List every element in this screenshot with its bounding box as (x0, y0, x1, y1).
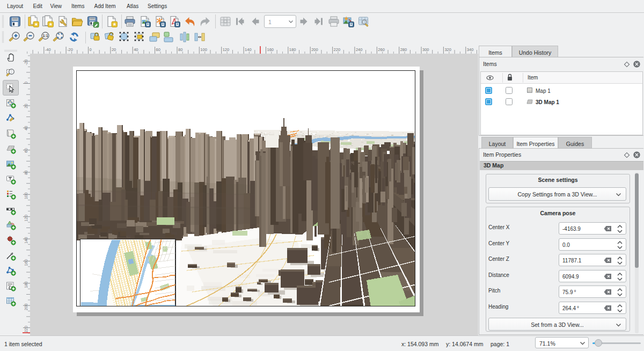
svg-text:120: 120 (223, 47, 230, 52)
svg-text:160: 160 (267, 47, 274, 52)
svg-text:-40: -40 (45, 47, 51, 52)
svg-text:320: 320 (444, 47, 451, 52)
svg-text:240: 240 (356, 47, 363, 52)
svg-text:200: 200 (24, 304, 28, 311)
svg-text:60: 60 (24, 148, 28, 152)
svg-text:100: 100 (24, 193, 28, 200)
svg-text:80: 80 (178, 47, 182, 52)
svg-text:40: 40 (24, 126, 28, 130)
svg-text:220: 220 (334, 47, 341, 52)
svg-text:120: 120 (24, 215, 28, 222)
svg-text:260: 260 (378, 47, 385, 52)
svg-text:-20: -20 (24, 60, 28, 65)
svg-text:140: 140 (245, 47, 252, 52)
svg-text:40: 40 (134, 47, 138, 52)
svg-text:60: 60 (156, 47, 160, 52)
svg-text:0: 0 (90, 47, 92, 52)
svg-text:180: 180 (289, 47, 296, 52)
svg-text:20: 20 (24, 104, 28, 108)
svg-text:220: 220 (24, 326, 28, 333)
svg-text:160: 160 (24, 259, 28, 266)
svg-text:1:1: 1:1 (42, 34, 48, 38)
svg-text:-20: -20 (67, 47, 73, 52)
svg-text:80: 80 (24, 171, 28, 175)
svg-text:200: 200 (311, 47, 318, 52)
svg-text:300: 300 (422, 47, 429, 52)
svg-text:20: 20 (112, 47, 116, 52)
svg-text:100: 100 (200, 47, 207, 52)
svg-text:180: 180 (24, 281, 28, 288)
svg-text:280: 280 (400, 47, 407, 52)
svg-text:0: 0 (24, 82, 28, 84)
svg-text:340: 340 (467, 47, 474, 52)
svg-text:140: 140 (24, 237, 28, 244)
